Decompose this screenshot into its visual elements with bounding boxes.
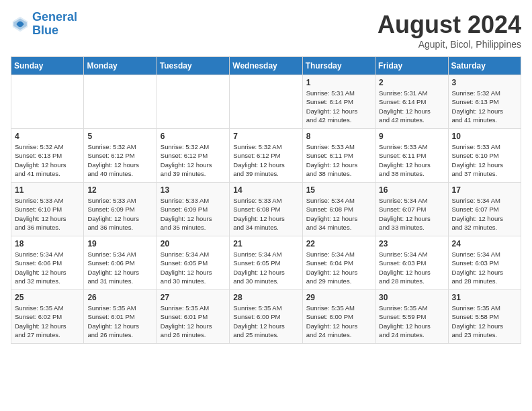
calendar-cell: 9Sunrise: 5:33 AM Sunset: 6:11 PM Daylig…: [375, 129, 448, 183]
logo: General Blue: [11, 11, 77, 38]
day-number: 10: [452, 132, 517, 141]
day-number: 1: [306, 78, 371, 87]
weekday-header-monday: Monday: [84, 57, 157, 75]
day-info: Sunrise: 5:35 AM Sunset: 5:58 PM Dayligh…: [452, 304, 517, 339]
calendar-cell: 12Sunrise: 5:33 AM Sunset: 6:09 PM Dayli…: [84, 183, 157, 236]
week-row-4: 18Sunrise: 5:34 AM Sunset: 6:06 PM Dayli…: [11, 236, 521, 290]
calendar-cell: 30Sunrise: 5:35 AM Sunset: 5:59 PM Dayli…: [375, 290, 448, 344]
day-number: 18: [15, 239, 80, 248]
logo-text: General Blue: [32, 11, 77, 38]
day-number: 15: [306, 185, 371, 195]
calendar-cell: 11Sunrise: 5:33 AM Sunset: 6:10 PM Dayli…: [11, 183, 84, 236]
calendar-cell: [157, 75, 229, 129]
day-number: 19: [87, 239, 152, 248]
weekday-header-friday: Friday: [375, 57, 448, 75]
week-row-1: 1Sunrise: 5:31 AM Sunset: 6:14 PM Daylig…: [11, 75, 521, 129]
logo-icon: [11, 15, 30, 34]
day-number: 3: [452, 78, 517, 87]
day-info: Sunrise: 5:33 AM Sunset: 6:11 PM Dayligh…: [306, 142, 371, 178]
calendar-cell: 7Sunrise: 5:32 AM Sunset: 6:12 PM Daylig…: [230, 129, 302, 183]
day-number: 17: [452, 185, 517, 195]
calendar-body: 1Sunrise: 5:31 AM Sunset: 6:14 PM Daylig…: [11, 75, 521, 344]
day-number: 16: [379, 185, 444, 195]
day-number: 14: [233, 185, 298, 195]
day-info: Sunrise: 5:33 AM Sunset: 6:09 PM Dayligh…: [87, 196, 152, 232]
weekday-row: SundayMondayTuesdayWednesdayThursdayFrid…: [11, 57, 521, 75]
day-info: Sunrise: 5:34 AM Sunset: 6:08 PM Dayligh…: [306, 196, 371, 232]
day-info: Sunrise: 5:34 AM Sunset: 6:06 PM Dayligh…: [87, 250, 152, 285]
calendar-cell: 18Sunrise: 5:34 AM Sunset: 6:06 PM Dayli…: [11, 236, 84, 290]
day-number: 25: [15, 293, 80, 302]
calendar-cell: 10Sunrise: 5:33 AM Sunset: 6:10 PM Dayli…: [448, 129, 521, 183]
calendar-cell: 25Sunrise: 5:35 AM Sunset: 6:02 PM Dayli…: [11, 290, 84, 344]
weekday-header-wednesday: Wednesday: [230, 57, 302, 75]
calendar-cell: 16Sunrise: 5:34 AM Sunset: 6:07 PM Dayli…: [375, 183, 448, 236]
day-info: Sunrise: 5:35 AM Sunset: 6:01 PM Dayligh…: [87, 304, 152, 339]
day-info: Sunrise: 5:33 AM Sunset: 6:10 PM Dayligh…: [15, 196, 80, 232]
day-info: Sunrise: 5:31 AM Sunset: 6:14 PM Dayligh…: [379, 89, 444, 124]
calendar-cell: 20Sunrise: 5:34 AM Sunset: 6:05 PM Dayli…: [157, 236, 229, 290]
day-number: 20: [161, 239, 226, 248]
day-info: Sunrise: 5:32 AM Sunset: 6:12 PM Dayligh…: [87, 142, 152, 178]
calendar-cell: 6Sunrise: 5:32 AM Sunset: 6:12 PM Daylig…: [157, 129, 229, 183]
day-info: Sunrise: 5:34 AM Sunset: 6:04 PM Dayligh…: [306, 250, 371, 285]
day-number: 24: [452, 239, 517, 248]
calendar-cell: 26Sunrise: 5:35 AM Sunset: 6:01 PM Dayli…: [84, 290, 157, 344]
page-header: General Blue August 2024 Agupit, Bicol, …: [11, 11, 521, 50]
day-number: 4: [15, 132, 80, 141]
day-number: 13: [161, 185, 226, 195]
day-info: Sunrise: 5:34 AM Sunset: 6:05 PM Dayligh…: [161, 250, 226, 285]
calendar-cell: [11, 75, 84, 129]
day-number: 26: [87, 293, 152, 302]
calendar-cell: 21Sunrise: 5:34 AM Sunset: 6:05 PM Dayli…: [230, 236, 302, 290]
day-info: Sunrise: 5:31 AM Sunset: 6:14 PM Dayligh…: [306, 89, 371, 124]
day-info: Sunrise: 5:34 AM Sunset: 6:03 PM Dayligh…: [452, 250, 517, 285]
day-number: 5: [87, 132, 152, 141]
calendar-cell: 29Sunrise: 5:35 AM Sunset: 6:00 PM Dayli…: [302, 290, 375, 344]
day-info: Sunrise: 5:34 AM Sunset: 6:03 PM Dayligh…: [379, 250, 444, 285]
day-number: 21: [233, 239, 298, 248]
calendar-cell: 1Sunrise: 5:31 AM Sunset: 6:14 PM Daylig…: [302, 75, 375, 129]
month-title: August 2024: [378, 11, 521, 39]
day-number: 12: [87, 185, 152, 195]
day-info: Sunrise: 5:35 AM Sunset: 5:59 PM Dayligh…: [379, 304, 444, 339]
calendar-cell: [84, 75, 157, 129]
calendar-cell: 27Sunrise: 5:35 AM Sunset: 6:01 PM Dayli…: [157, 290, 229, 344]
day-info: Sunrise: 5:32 AM Sunset: 6:12 PM Dayligh…: [233, 142, 298, 178]
day-number: 22: [306, 239, 371, 248]
day-info: Sunrise: 5:33 AM Sunset: 6:11 PM Dayligh…: [379, 142, 444, 178]
weekday-header-tuesday: Tuesday: [157, 57, 229, 75]
day-number: 28: [233, 293, 298, 302]
day-info: Sunrise: 5:35 AM Sunset: 6:00 PM Dayligh…: [306, 304, 371, 339]
calendar-cell: [230, 75, 302, 129]
day-info: Sunrise: 5:35 AM Sunset: 6:01 PM Dayligh…: [161, 304, 226, 339]
calendar-table: SundayMondayTuesdayWednesdayThursdayFrid…: [11, 56, 521, 344]
calendar-cell: 24Sunrise: 5:34 AM Sunset: 6:03 PM Dayli…: [448, 236, 521, 290]
day-info: Sunrise: 5:32 AM Sunset: 6:13 PM Dayligh…: [15, 142, 80, 178]
day-info: Sunrise: 5:32 AM Sunset: 6:13 PM Dayligh…: [452, 89, 517, 124]
day-info: Sunrise: 5:34 AM Sunset: 6:07 PM Dayligh…: [379, 196, 444, 232]
calendar-cell: 19Sunrise: 5:34 AM Sunset: 6:06 PM Dayli…: [84, 236, 157, 290]
day-info: Sunrise: 5:35 AM Sunset: 6:00 PM Dayligh…: [233, 304, 298, 339]
day-number: 29: [306, 293, 371, 302]
day-number: 9: [379, 132, 444, 141]
day-info: Sunrise: 5:33 AM Sunset: 6:09 PM Dayligh…: [161, 196, 226, 232]
day-number: 7: [233, 132, 298, 141]
calendar-cell: 28Sunrise: 5:35 AM Sunset: 6:00 PM Dayli…: [230, 290, 302, 344]
calendar-cell: 3Sunrise: 5:32 AM Sunset: 6:13 PM Daylig…: [448, 75, 521, 129]
day-number: 31: [452, 293, 517, 302]
day-number: 27: [161, 293, 226, 302]
day-number: 23: [379, 239, 444, 248]
logo-line2: Blue: [32, 24, 58, 37]
weekday-header-sunday: Sunday: [11, 57, 84, 75]
day-number: 6: [161, 132, 226, 141]
weekday-header-saturday: Saturday: [448, 57, 521, 75]
day-info: Sunrise: 5:32 AM Sunset: 6:12 PM Dayligh…: [161, 142, 226, 178]
day-info: Sunrise: 5:34 AM Sunset: 6:05 PM Dayligh…: [233, 250, 298, 285]
weekday-header-thursday: Thursday: [302, 57, 375, 75]
calendar-cell: 31Sunrise: 5:35 AM Sunset: 5:58 PM Dayli…: [448, 290, 521, 344]
day-number: 8: [306, 132, 371, 141]
calendar-header: SundayMondayTuesdayWednesdayThursdayFrid…: [11, 57, 521, 75]
day-info: Sunrise: 5:33 AM Sunset: 6:08 PM Dayligh…: [233, 196, 298, 232]
calendar-cell: 5Sunrise: 5:32 AM Sunset: 6:12 PM Daylig…: [84, 129, 157, 183]
